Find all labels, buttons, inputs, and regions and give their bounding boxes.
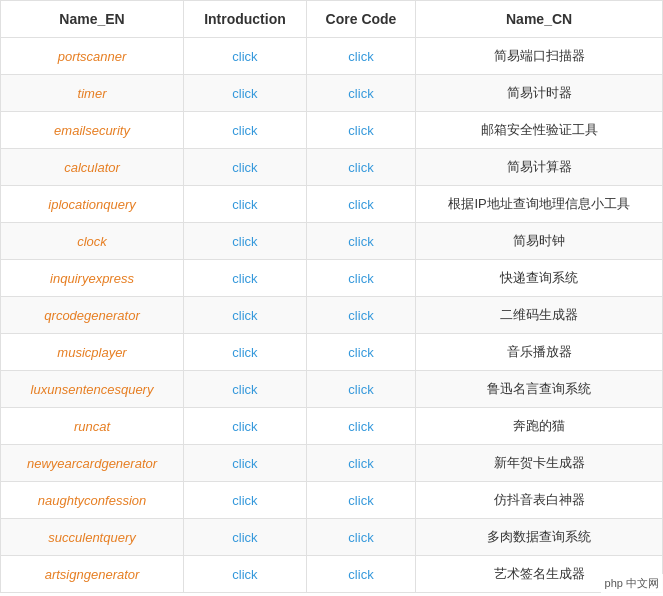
col-header-name-en: Name_EN xyxy=(1,1,184,38)
intro-link[interactable]: click xyxy=(232,530,257,545)
core-link[interactable]: click xyxy=(348,530,373,545)
intro-link[interactable]: click xyxy=(232,86,257,101)
table-container: Name_EN Introduction Core Code Name_CN p… xyxy=(0,0,663,593)
intro-link[interactable]: click xyxy=(232,271,257,286)
col-header-core: Core Code xyxy=(306,1,415,38)
table-row: iplocationqueryclickclick根据IP地址查询地理信息小工具 xyxy=(1,186,663,223)
cell-intro[interactable]: click xyxy=(184,260,307,297)
cell-name-cn: 简易计时器 xyxy=(416,75,663,112)
table-row: newyearcardgeneratorclickclick新年贺卡生成器 xyxy=(1,445,663,482)
core-link[interactable]: click xyxy=(348,567,373,582)
cell-intro[interactable]: click xyxy=(184,223,307,260)
cell-name-en: inquiryexpress xyxy=(1,260,184,297)
cell-name-en: portscanner xyxy=(1,38,184,75)
core-link[interactable]: click xyxy=(348,345,373,360)
cell-intro[interactable]: click xyxy=(184,112,307,149)
intro-link[interactable]: click xyxy=(232,382,257,397)
cell-name-en: naughtyconfession xyxy=(1,482,184,519)
core-link[interactable]: click xyxy=(348,49,373,64)
intro-link[interactable]: click xyxy=(232,49,257,64)
cell-name-en: iplocationquery xyxy=(1,186,184,223)
cell-core[interactable]: click xyxy=(306,334,415,371)
core-link[interactable]: click xyxy=(348,271,373,286)
core-link[interactable]: click xyxy=(348,123,373,138)
core-link[interactable]: click xyxy=(348,197,373,212)
cell-name-en: qrcodegenerator xyxy=(1,297,184,334)
core-link[interactable]: click xyxy=(348,308,373,323)
cell-core[interactable]: click xyxy=(306,38,415,75)
core-link[interactable]: click xyxy=(348,86,373,101)
intro-link[interactable]: click xyxy=(232,345,257,360)
cell-intro[interactable]: click xyxy=(184,408,307,445)
table-row: musicplayerclickclick音乐播放器 xyxy=(1,334,663,371)
cell-name-cn: 奔跑的猫 xyxy=(416,408,663,445)
core-link[interactable]: click xyxy=(348,160,373,175)
core-link[interactable]: click xyxy=(348,493,373,508)
cell-name-cn: 音乐播放器 xyxy=(416,334,663,371)
cell-name-en: emailsecurity xyxy=(1,112,184,149)
cell-name-en: newyearcardgenerator xyxy=(1,445,184,482)
cell-core[interactable]: click xyxy=(306,556,415,593)
table-row: qrcodegeneratorclickclick二维码生成器 xyxy=(1,297,663,334)
cell-name-cn: 新年贺卡生成器 xyxy=(416,445,663,482)
intro-link[interactable]: click xyxy=(232,419,257,434)
cell-name-cn: 简易时钟 xyxy=(416,223,663,260)
table-row: calculatorclickclick简易计算器 xyxy=(1,149,663,186)
cell-intro[interactable]: click xyxy=(184,38,307,75)
table-row: naughtyconfessionclickclick仿抖音表白神器 xyxy=(1,482,663,519)
cell-name-en: calculator xyxy=(1,149,184,186)
intro-link[interactable]: click xyxy=(232,197,257,212)
table-row: inquiryexpressclickclick快递查询系统 xyxy=(1,260,663,297)
intro-link[interactable]: click xyxy=(232,160,257,175)
table-row: emailsecurityclickclick邮箱安全性验证工具 xyxy=(1,112,663,149)
cell-intro[interactable]: click xyxy=(184,519,307,556)
cell-intro[interactable]: click xyxy=(184,371,307,408)
cell-core[interactable]: click xyxy=(306,260,415,297)
cell-name-cn: 简易端口扫描器 xyxy=(416,38,663,75)
cell-core[interactable]: click xyxy=(306,519,415,556)
cell-intro[interactable]: click xyxy=(184,445,307,482)
cell-name-en: luxunsentencesquery xyxy=(1,371,184,408)
cell-core[interactable]: click xyxy=(306,112,415,149)
table-row: luxunsentencesqueryclickclick鲁迅名言查询系统 xyxy=(1,371,663,408)
core-link[interactable]: click xyxy=(348,419,373,434)
intro-link[interactable]: click xyxy=(232,456,257,471)
intro-link[interactable]: click xyxy=(232,234,257,249)
table-row: runcatclickclick奔跑的猫 xyxy=(1,408,663,445)
table-header-row: Name_EN Introduction Core Code Name_CN xyxy=(1,1,663,38)
intro-link[interactable]: click xyxy=(232,567,257,582)
cell-name-cn: 简易计算器 xyxy=(416,149,663,186)
cell-name-cn: 根据IP地址查询地理信息小工具 xyxy=(416,186,663,223)
cell-name-en: clock xyxy=(1,223,184,260)
cell-name-cn: 快递查询系统 xyxy=(416,260,663,297)
cell-core[interactable]: click xyxy=(306,75,415,112)
core-link[interactable]: click xyxy=(348,234,373,249)
cell-intro[interactable]: click xyxy=(184,186,307,223)
corner-badge: php 中文网 xyxy=(601,574,663,593)
cell-name-en: timer xyxy=(1,75,184,112)
cell-intro[interactable]: click xyxy=(184,149,307,186)
cell-intro[interactable]: click xyxy=(184,556,307,593)
cell-intro[interactable]: click xyxy=(184,75,307,112)
cell-core[interactable]: click xyxy=(306,371,415,408)
cell-name-en: succulentquery xyxy=(1,519,184,556)
intro-link[interactable]: click xyxy=(232,308,257,323)
cell-core[interactable]: click xyxy=(306,223,415,260)
cell-core[interactable]: click xyxy=(306,408,415,445)
cell-core[interactable]: click xyxy=(306,186,415,223)
table-row: succulentqueryclickclick多肉数据查询系统 xyxy=(1,519,663,556)
cell-core[interactable]: click xyxy=(306,445,415,482)
cell-core[interactable]: click xyxy=(306,149,415,186)
table-row: portscannerclickclick简易端口扫描器 xyxy=(1,38,663,75)
core-link[interactable]: click xyxy=(348,456,373,471)
table-row: artsigngeneratorclickclick艺术签名生成器 xyxy=(1,556,663,593)
cell-intro[interactable]: click xyxy=(184,482,307,519)
cell-intro[interactable]: click xyxy=(184,297,307,334)
intro-link[interactable]: click xyxy=(232,123,257,138)
table-row: timerclickclick简易计时器 xyxy=(1,75,663,112)
cell-intro[interactable]: click xyxy=(184,334,307,371)
cell-core[interactable]: click xyxy=(306,297,415,334)
core-link[interactable]: click xyxy=(348,382,373,397)
cell-core[interactable]: click xyxy=(306,482,415,519)
intro-link[interactable]: click xyxy=(232,493,257,508)
